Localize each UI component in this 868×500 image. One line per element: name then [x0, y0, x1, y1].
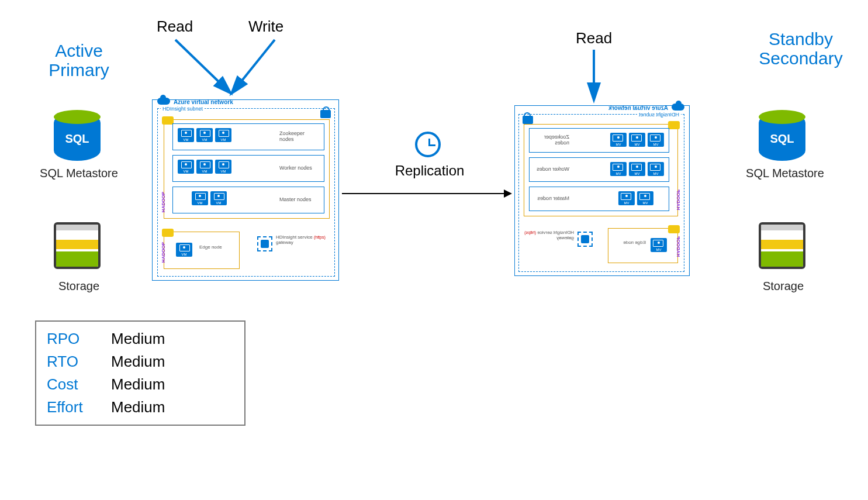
vm-icon [215, 160, 231, 174]
sql-badge-primary: SQL [54, 132, 101, 146]
cloud-icon [157, 98, 170, 105]
edge-label: Edge node [623, 240, 646, 246]
vm-icon [192, 191, 208, 205]
metrics-key: Effort [47, 398, 94, 416]
gateway-icon [577, 232, 593, 247]
hadoop-label-secondary: HADOOP [676, 189, 681, 210]
vm-icon [178, 128, 194, 142]
storage-primary-icon [54, 222, 101, 269]
zookeeper-label: Zookeeper nodes [533, 135, 569, 146]
master-label: Master nodes [279, 197, 320, 203]
subnet-secondary: HDInsight subnet HADOOP Zookeeper nodes … [518, 114, 684, 272]
vm-icon [196, 160, 213, 174]
hadoop-label-edge: HADOOP [161, 242, 166, 263]
sql-metastore-primary-label: SQL Metastore [32, 167, 126, 180]
master-label: Master nodes [533, 196, 569, 202]
hadoop-badge-icon [162, 116, 174, 125]
vm-icon [651, 238, 667, 252]
vm-icon [210, 191, 227, 205]
gateway-sublabel: (https) [314, 235, 326, 239]
subnet-label-secondary: HDInsight subnet [637, 112, 681, 118]
gateway-label-text: HDInsight service [276, 235, 313, 240]
secondary-title-line1: Standby [769, 29, 833, 49]
storage-primary-label: Storage [44, 280, 114, 293]
svg-line-1 [234, 40, 275, 91]
metrics-key: Cost [47, 375, 94, 394]
hadoop-box-primary: HADOOP Zookeeper nodes Worker nodes Mast… [164, 119, 330, 219]
replication-arrow-line [342, 193, 506, 194]
sql-badge-secondary: SQL [759, 132, 805, 146]
vm-icon [648, 162, 664, 176]
metrics-row-rto: RTO Medium [47, 350, 234, 373]
vm-icon [637, 191, 653, 205]
gateway-label: HDInsight service (https) gateway [276, 235, 328, 246]
primary-cluster: Azure virtual network HDInsight subnet H… [152, 99, 339, 281]
gateway-sublabel2: gateway [276, 240, 293, 245]
lock-icon [320, 110, 331, 118]
hadoop-badge-icon [668, 225, 680, 233]
hadoop-label-primary: HADOOP [161, 192, 166, 212]
worker-tier: Worker nodes [529, 157, 669, 182]
master-tier: Master nodes [529, 187, 669, 211]
vm-icon [178, 160, 194, 174]
zookeeper-tier: Zookeeper nodes [529, 128, 669, 153]
subnet-primary: HDInsight subnet HADOOP Zookeeper nodes … [157, 108, 335, 277]
zookeeper-tier: Zookeeper nodes [172, 123, 324, 150]
write-arrow-primary [222, 35, 304, 102]
sql-metastore-secondary-icon: SQL [759, 117, 805, 161]
sql-metastore-secondary-label: SQL Metastore [735, 167, 835, 180]
vm-icon [618, 191, 635, 205]
vm-icon [629, 162, 645, 176]
zookeeper-label: Zookeeper nodes [279, 131, 320, 143]
read-label-secondary: Read [576, 29, 612, 47]
metrics-value: Medium [111, 398, 165, 416]
metrics-table: RPO Medium RTO Medium Cost Medium Effort… [35, 320, 245, 426]
metrics-row-cost: Cost Medium [47, 373, 234, 396]
vm-icon [610, 162, 627, 176]
metrics-row-effort: Effort Medium [47, 396, 234, 419]
metrics-row-rpo: RPO Medium [47, 327, 234, 350]
hadoop-box-secondary: HADOOP Zookeeper nodes Worker nodes Mast… [524, 124, 678, 216]
primary-title-line2: Primary [49, 60, 109, 80]
vm-icon [629, 133, 645, 147]
primary-title: Active Primary [29, 41, 129, 80]
edge-label: Edge node [199, 245, 222, 250]
storage-secondary-icon [759, 222, 805, 269]
read-label-primary: Read [157, 18, 193, 36]
worker-label: Worker nodes [279, 165, 320, 171]
svg-line-0 [175, 40, 228, 91]
storage-secondary-label: Storage [748, 280, 818, 293]
replication-arrowhead [504, 189, 512, 198]
vm-icon [648, 133, 664, 147]
metrics-value: Medium [111, 375, 165, 394]
master-tier: Master nodes [172, 187, 324, 213]
replication-label: Replication [392, 163, 468, 179]
vm-icon [196, 128, 213, 142]
gateway-label: HDInsight service (https) gateway [524, 230, 574, 241]
gateway-sublabel: (https) [524, 230, 536, 235]
vnet-label-secondary: Azure virtual network [608, 105, 668, 111]
metrics-key: RTO [47, 353, 94, 371]
write-label-primary: Write [248, 18, 283, 36]
secondary-title: Standby Secondary [748, 29, 853, 68]
read-arrow-secondary [579, 47, 614, 108]
gateway-sublabel2: gateway [556, 235, 574, 240]
metrics-value: Medium [111, 330, 165, 348]
primary-title-line1: Active [55, 41, 103, 60]
gateway-label-text: HDInsight service [537, 230, 574, 235]
gateway-icon [257, 236, 272, 251]
sql-metastore-primary-icon: SQL [54, 117, 101, 161]
vm-icon [215, 128, 231, 142]
worker-label: Worker nodes [533, 167, 569, 173]
vm-icon [176, 243, 192, 257]
metrics-key: RPO [47, 330, 94, 348]
vnet-label-primary: Azure virtual network [174, 99, 233, 105]
secondary-cluster: Azure virtual network HDInsight subnet H… [514, 105, 690, 276]
hadoop-badge-icon [162, 229, 174, 237]
edge-box-secondary: HADOOP Edge node [608, 228, 678, 263]
edge-box-primary: HADOOP Edge node [164, 232, 240, 269]
vm-icon [610, 133, 627, 147]
subnet-label-primary: HDInsight subnet [161, 106, 205, 112]
hadoop-label-edge: HADOOP [676, 236, 681, 257]
worker-tier: Worker nodes [172, 155, 324, 182]
